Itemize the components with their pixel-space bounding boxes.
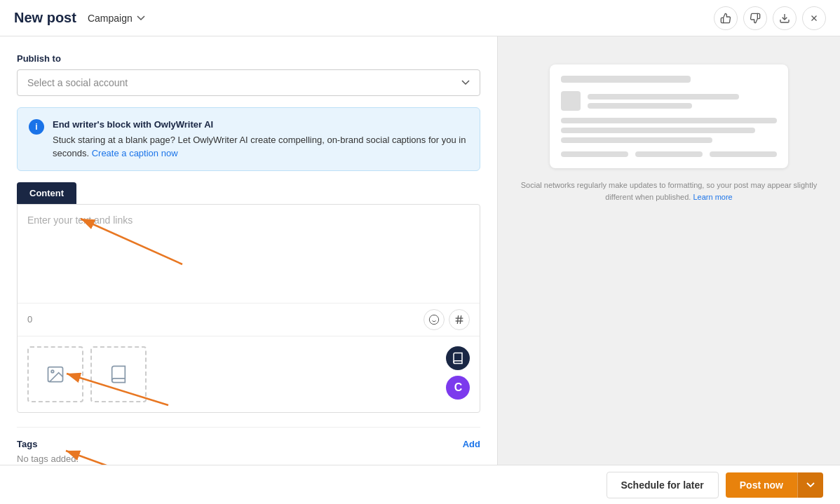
preview-author-lines [588, 94, 777, 109]
hashtag-icon [454, 314, 465, 325]
close-button[interactable] [802, 6, 826, 30]
post-now-group: Post now [726, 472, 823, 498]
tags-add-button[interactable]: Add [463, 439, 480, 449]
content-area: Enter your text and links 0 [17, 204, 480, 413]
banner-link[interactable]: Create a caption now [92, 148, 178, 158]
bottom-bar: Schedule for later Post now [0, 465, 840, 504]
banner-title: End writer's block with OwlyWriter AI [53, 118, 468, 132]
close-icon [809, 13, 819, 23]
no-tags-text: No tags added. [17, 454, 480, 464]
preview-note: Social networks regularly make updates t… [512, 179, 826, 203]
library-icon [452, 352, 464, 365]
preview-body-line-1 [561, 118, 777, 123]
text-placeholder: Enter your text and links [27, 214, 470, 226]
chevron-down-icon [806, 482, 815, 488]
tags-section: Tags Add No tags added. [17, 427, 480, 465]
preview-top-bar [561, 76, 691, 83]
hashtag-button[interactable] [449, 309, 470, 330]
svg-point-5 [429, 315, 438, 324]
main-layout: Publish to Select a social account i End… [0, 36, 840, 465]
content-tab[interactable]: Content [17, 182, 76, 204]
preview-author-row [561, 91, 777, 111]
preview-avatar [561, 91, 581, 111]
add-image-button[interactable] [27, 346, 83, 402]
char-count: 0 [27, 314, 32, 325]
add-article-button[interactable] [90, 346, 147, 402]
emoji-button[interactable] [424, 309, 445, 330]
media-right-icons: C [446, 346, 470, 400]
media-area: C [18, 336, 480, 412]
topbar: New post Campaign [0, 0, 840, 36]
banner-text: End writer's block with OwlyWriter AI St… [53, 118, 468, 161]
text-toolbar: 0 [18, 303, 480, 336]
info-icon: i [29, 119, 44, 135]
download-icon [779, 13, 790, 24]
right-panel: Social networks regularly make updates t… [498, 36, 840, 465]
svg-line-11 [460, 315, 461, 324]
preview-body-line-3 [561, 137, 712, 143]
preview-footer-lines [561, 151, 777, 157]
learn-more-link[interactable]: Learn more [693, 193, 732, 201]
publish-section: Publish to Select a social account [17, 53, 480, 96]
download-button[interactable] [773, 6, 797, 30]
post-now-button[interactable]: Post now [726, 472, 797, 498]
library-button[interactable] [446, 346, 470, 370]
post-now-dropdown-button[interactable] [797, 472, 823, 498]
tags-header: Tags Add [17, 439, 480, 449]
campaign-selector[interactable]: Campaign [88, 13, 145, 24]
preview-name-line [588, 94, 739, 100]
left-panel: Publish to Select a social account i End… [0, 36, 498, 465]
owlywriter-banner: i End writer's block with OwlyWriter AI … [17, 107, 480, 171]
canva-button[interactable]: C [446, 376, 470, 400]
text-input-area[interactable]: Enter your text and links [18, 205, 480, 303]
social-account-select[interactable]: Select a social account [17, 69, 480, 96]
preview-card [550, 64, 788, 168]
campaign-label: Campaign [88, 13, 133, 24]
preview-footer-line-3 [710, 151, 777, 157]
preview-body-line-2 [561, 128, 755, 133]
publish-label: Publish to [17, 53, 480, 64]
emoji-icon [428, 314, 440, 325]
topbar-actions [714, 6, 826, 30]
thumbs-down-button[interactable] [743, 6, 767, 30]
book-icon [109, 365, 128, 384]
page-title: New post [14, 10, 76, 26]
tags-label: Tags [17, 439, 37, 449]
preview-footer-line-1 [561, 151, 628, 157]
image-icon [46, 365, 65, 384]
preview-body-lines [561, 118, 777, 143]
preview-sub-line [588, 103, 692, 109]
preview-footer-line-2 [635, 151, 703, 157]
toolbar-icons [424, 309, 470, 330]
thumbs-up-button[interactable] [714, 6, 738, 30]
thumbs-up-icon [720, 13, 731, 24]
svg-point-13 [51, 370, 54, 373]
svg-line-10 [457, 315, 458, 324]
thumbs-down-icon [750, 13, 761, 24]
chevron-down-icon [137, 15, 145, 21]
schedule-button[interactable]: Schedule for later [607, 472, 719, 498]
